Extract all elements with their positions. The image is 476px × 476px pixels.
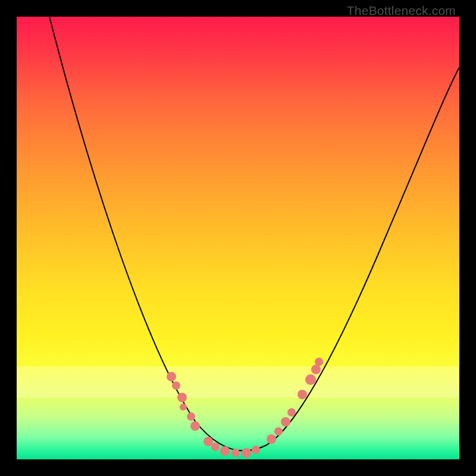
data-point <box>167 372 176 381</box>
data-point <box>274 427 283 436</box>
dots-trough <box>203 437 260 458</box>
data-point <box>305 374 316 385</box>
data-point <box>252 446 260 454</box>
chart-frame <box>17 17 459 459</box>
data-point <box>190 421 200 431</box>
data-point <box>315 358 323 366</box>
data-point <box>172 381 180 390</box>
data-point <box>231 449 240 457</box>
bottleneck-curve <box>49 17 459 451</box>
data-point <box>180 403 187 411</box>
dots-left-arm <box>167 372 200 431</box>
data-point <box>298 390 307 399</box>
data-point <box>267 434 276 444</box>
data-point <box>242 448 251 458</box>
data-point <box>311 365 321 374</box>
data-point <box>281 417 290 427</box>
watermark-text: TheBottleneck.com <box>347 4 456 18</box>
dots-right-arm <box>267 358 323 444</box>
data-point <box>177 393 187 402</box>
data-point <box>287 408 296 416</box>
data-point <box>220 446 230 456</box>
data-point <box>203 437 213 446</box>
data-point <box>211 443 220 451</box>
chart-svg <box>17 17 459 459</box>
data-point <box>187 412 195 421</box>
